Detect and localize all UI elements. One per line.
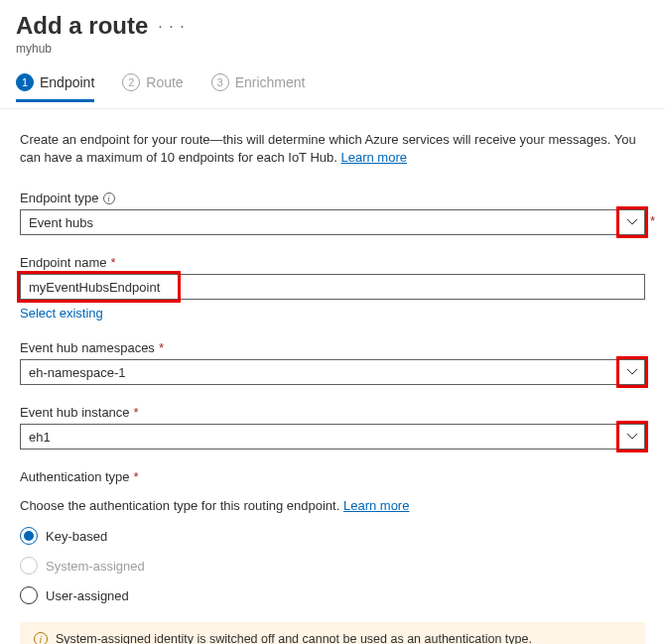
tab-step-number: 2	[122, 73, 140, 91]
learn-more-link[interactable]: Learn more	[341, 150, 407, 165]
required-asterisk: *	[159, 340, 164, 355]
instance-select[interactable]	[20, 424, 645, 450]
info-icon: i	[34, 632, 48, 644]
field-endpoint-type: Endpoint type i *	[20, 191, 645, 235]
tab-route[interactable]: 2 Route	[122, 69, 183, 102]
intro-body: Create an endpoint for your route—this w…	[20, 132, 636, 165]
radio-label: User-assigned	[46, 588, 129, 603]
field-auth-type: Authentication type * Choose the authent…	[20, 469, 645, 604]
required-asterisk: *	[134, 469, 139, 484]
learn-more-link[interactable]: Learn more	[343, 498, 409, 513]
label-instance: Event hub instance	[20, 405, 130, 420]
radio-icon	[20, 557, 38, 575]
endpoint-name-input[interactable]	[20, 274, 645, 300]
more-actions-button[interactable]: · · ·	[158, 18, 185, 36]
required-asterisk: *	[650, 213, 655, 228]
auth-radio-group: Key-based System-assigned User-assigned	[20, 527, 645, 604]
namespace-select[interactable]	[20, 359, 645, 385]
tab-label: Endpoint	[40, 74, 94, 90]
required-asterisk: *	[134, 405, 139, 420]
radio-system-assigned: System-assigned	[20, 557, 645, 575]
radio-key-based[interactable]: Key-based	[20, 527, 645, 545]
info-icon[interactable]: i	[103, 193, 115, 204]
tab-step-number: 3	[211, 73, 229, 91]
radio-icon	[20, 527, 38, 545]
tab-label: Route	[146, 74, 183, 90]
label-namespace: Event hub namespaces	[20, 340, 155, 355]
label-endpoint-name: Endpoint name	[20, 255, 106, 270]
field-endpoint-name: Endpoint name * Select existing	[20, 255, 645, 321]
tab-label: Enrichment	[235, 74, 306, 90]
radio-user-assigned[interactable]: User-assigned	[20, 586, 645, 604]
label-auth-type: Authentication type	[20, 469, 130, 484]
tab-endpoint[interactable]: 1 Endpoint	[16, 69, 94, 102]
label-endpoint-type: Endpoint type	[20, 191, 99, 205]
endpoint-type-select[interactable]	[20, 209, 645, 235]
intro-text: Create an endpoint for your route—this w…	[20, 131, 645, 167]
step-tabs: 1 Endpoint 2 Route 3 Enrichment	[16, 69, 649, 102]
field-instance: Event hub instance *	[20, 405, 645, 450]
warning-banner: i System-assigned identity is switched o…	[20, 622, 645, 644]
field-namespace: Event hub namespaces *	[20, 340, 645, 385]
divider	[0, 108, 665, 109]
page-title: Add a route	[16, 12, 148, 40]
tab-enrichment[interactable]: 3 Enrichment	[211, 69, 306, 102]
hub-name: myhub	[16, 42, 649, 56]
required-asterisk: *	[110, 255, 115, 270]
radio-label: Key-based	[46, 529, 107, 544]
radio-label: System-assigned	[46, 559, 145, 574]
warning-text: System-assigned identity is switched off…	[56, 632, 532, 644]
select-existing-link[interactable]: Select existing	[20, 306, 103, 321]
radio-icon	[20, 586, 38, 604]
tab-step-number: 1	[16, 73, 34, 91]
auth-description: Choose the authentication type for this …	[20, 498, 645, 513]
auth-desc-text: Choose the authentication type for this …	[20, 498, 343, 513]
